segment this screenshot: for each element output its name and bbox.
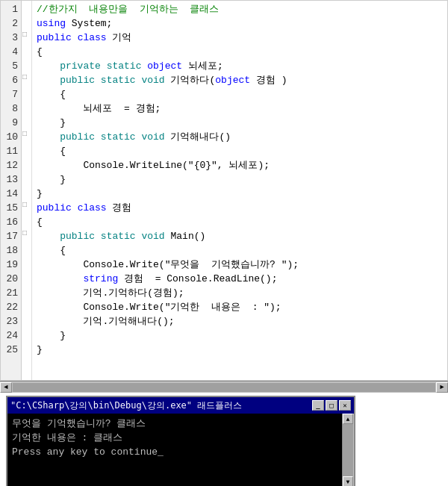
code-token: private — [60, 60, 101, 72]
collapse-box — [22, 157, 32, 171]
code-token: { — [37, 216, 43, 228]
code-token: public — [60, 75, 95, 86]
code-line: } — [37, 116, 443, 130]
terminal-titlebar: "C:\CSharp\강의\bin\Debug\강의.exe" 래드플러스 _ … — [7, 397, 354, 414]
collapse-box — [22, 114, 32, 128]
collapse-box[interactable] — [22, 29, 32, 43]
collapse-box — [22, 284, 32, 299]
outer-scrollbar-h[interactable]: ◄ ► — [0, 381, 448, 393]
code-token: } — [37, 344, 43, 355]
code-token — [95, 75, 101, 86]
code-token: void — [141, 231, 164, 242]
collapse-box — [22, 256, 32, 270]
terminal-scrollbar-v[interactable]: ▲ ▼ — [342, 414, 354, 486]
collapse-box[interactable] — [22, 199, 32, 214]
line-number: 1 — [4, 2, 18, 16]
code-token: 기억 — [107, 32, 132, 43]
code-token: } — [37, 174, 66, 185]
line-number: 18 — [4, 243, 18, 258]
collapse-box — [22, 1, 32, 15]
code-token — [72, 32, 78, 43]
code-token: } — [37, 330, 66, 341]
minimize-button[interactable]: _ — [312, 400, 324, 411]
code-token: Main() — [165, 231, 206, 242]
scroll-down-btn[interactable]: ▼ — [343, 476, 353, 486]
code-token: { — [37, 245, 66, 256]
code-token: void — [141, 75, 164, 86]
line-number: 23 — [4, 314, 18, 328]
code-line: 뇌세포 = 경험; — [37, 102, 443, 116]
code-token: object — [215, 75, 250, 86]
maximize-button[interactable]: □ — [326, 400, 337, 411]
code-token: using — [37, 18, 66, 29]
collapse-box — [22, 327, 32, 341]
code-token: Console.Write("기억한 내용은 : "); — [37, 302, 281, 313]
close-button[interactable]: ✕ — [339, 400, 351, 411]
code-token: } — [37, 117, 66, 128]
code-line: private static object 뇌세포; — [37, 59, 443, 73]
code-line: Console.Write("무엇을 기억했습니까? "); — [37, 258, 443, 272]
code-line: public static void 기억해내다() — [37, 130, 443, 144]
scroll-up-btn[interactable]: ▲ — [343, 414, 353, 424]
code-token: 기억하다( — [165, 75, 216, 86]
line-number: 19 — [4, 258, 18, 272]
code-token: public — [37, 202, 72, 214]
collapse-box[interactable] — [22, 72, 32, 86]
code-token: //한가지 내용만을 기억하는 클래스 — [37, 4, 219, 15]
collapse-box — [22, 15, 32, 29]
code-token — [37, 75, 60, 86]
code-line: using System; — [37, 16, 443, 31]
scroll-right-btn[interactable]: ► — [436, 382, 448, 393]
code-line: //한가지 내용만을 기억하는 클래스 — [37, 2, 443, 16]
terminal-line: 무엇을 기억했습니까? 클래스 — [12, 417, 337, 431]
terminal-line: Press any key to continue_ — [12, 445, 337, 459]
terminal-window: "C:\CSharp\강의\bin\Debug\강의.exe" 래드플러스 _ … — [6, 396, 355, 486]
collapse-box[interactable] — [22, 128, 32, 143]
code-line: public static void Main() — [37, 229, 443, 243]
collapse-box — [22, 185, 32, 199]
code-token — [95, 131, 101, 143]
line-number: 3 — [4, 31, 18, 45]
line-number: 9 — [4, 116, 18, 130]
code-line: } — [37, 343, 443, 357]
code-token: System; — [66, 18, 112, 29]
code-token: Console.Write("무엇을 기억했습니까? "); — [37, 259, 299, 270]
code-token: static — [101, 75, 136, 86]
collapse-box[interactable] — [22, 228, 32, 242]
code-token: void — [141, 131, 164, 143]
code-line: public static void 기억하다(object 경험 ) — [37, 73, 443, 87]
line-number: 24 — [4, 328, 18, 343]
code-token: } — [37, 188, 43, 199]
collapse-box — [22, 171, 32, 185]
code-token — [37, 231, 60, 242]
scroll-left-btn[interactable]: ◄ — [0, 382, 12, 393]
code-token: class — [78, 202, 107, 214]
collapse-box — [22, 214, 32, 228]
line-number: 25 — [4, 343, 18, 357]
terminal-title: "C:\CSharp\강의\bin\Debug\강의.exe" 래드플러스 — [10, 399, 242, 412]
collapse-col[interactable] — [22, 1, 32, 380]
scroll-v-track[interactable] — [343, 424, 353, 476]
line-number: 6 — [4, 73, 18, 87]
line-number: 10 — [4, 130, 18, 144]
line-number: 12 — [4, 158, 18, 172]
code-token: 기억.기억해내다(); — [37, 316, 175, 327]
terminal-wrapper-row: "C:\CSharp\강의\bin\Debug\강의.exe" 래드플러스 _ … — [6, 396, 448, 486]
collapse-box — [22, 341, 32, 355]
code-token: class — [78, 32, 107, 43]
code-token: static — [107, 60, 142, 72]
code-token: Console.WriteLine("{0}", 뇌세포); — [37, 160, 270, 171]
code-line: { — [37, 243, 443, 258]
scroll-h-track[interactable] — [13, 383, 435, 392]
code-token: 경험 ) — [250, 75, 287, 86]
terminal-body-row: 무엇을 기억했습니까? 클래스기억한 내용은 : 클래스Press any ke… — [7, 414, 354, 486]
code-token: 뇌세포 = 경험; — [37, 103, 161, 114]
code-token — [72, 202, 78, 214]
code-line: } — [37, 328, 443, 343]
collapse-box — [22, 143, 32, 157]
collapse-box — [22, 242, 32, 256]
code-token — [37, 273, 83, 284]
code-token: public — [60, 131, 95, 143]
collapse-box — [22, 313, 32, 327]
code-line: { — [37, 87, 443, 102]
